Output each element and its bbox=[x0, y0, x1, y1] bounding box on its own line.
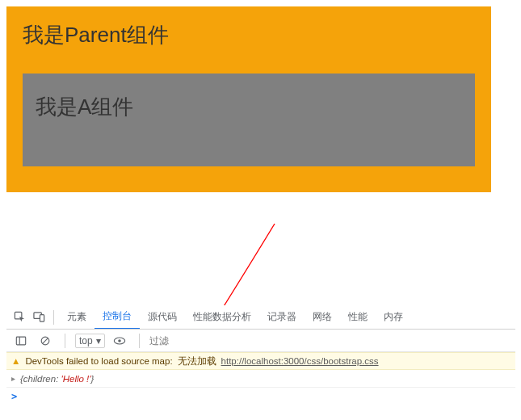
sidebar-toggle-icon[interactable] bbox=[11, 331, 31, 351]
tab-performance[interactable]: 性能 bbox=[340, 305, 376, 330]
console-log-row[interactable]: ▸ {children: 'Hello !'} bbox=[6, 370, 515, 388]
console-warning-row[interactable]: ▲ DevTools failed to load source map: 无法… bbox=[6, 352, 515, 370]
tab-memory[interactable]: 内存 bbox=[376, 305, 411, 330]
child-a-component: 我是A组件 bbox=[23, 74, 475, 166]
separator bbox=[65, 334, 65, 348]
tab-elements[interactable]: 元素 bbox=[59, 305, 95, 330]
tab-recorder[interactable]: 记录器 bbox=[259, 305, 305, 330]
filter-input[interactable] bbox=[149, 335, 214, 346]
svg-rect-2 bbox=[40, 315, 44, 321]
parent-component: 我是Parent组件 我是A组件 bbox=[6, 6, 491, 192]
console-toolbar: top ▾ bbox=[6, 330, 515, 352]
live-expression-icon[interactable] bbox=[110, 331, 129, 351]
log-key: children bbox=[23, 374, 56, 384]
tab-sources[interactable]: 源代码 bbox=[140, 305, 185, 330]
devtools-tabbar: 元素 控制台 源代码 性能数据分析 记录器 网络 性能 内存 bbox=[6, 305, 515, 330]
warning-icon: ▲ bbox=[11, 356, 20, 366]
context-selector[interactable]: top ▾ bbox=[75, 334, 105, 348]
child-title: 我是A组件 bbox=[36, 93, 462, 121]
context-label: top bbox=[79, 335, 93, 346]
inspect-icon[interactable] bbox=[10, 308, 29, 327]
tab-network[interactable]: 网络 bbox=[305, 305, 340, 330]
prompt-chevron-icon: > bbox=[11, 391, 17, 402]
clear-console-icon[interactable] bbox=[36, 331, 55, 351]
device-toggle-icon[interactable] bbox=[29, 308, 48, 327]
parent-title: 我是Parent组件 bbox=[23, 21, 475, 49]
separator bbox=[139, 334, 140, 348]
warning-link[interactable]: http://localhost:3000/css/bootstrap.css bbox=[221, 356, 379, 366]
console-prompt[interactable]: > bbox=[6, 388, 515, 405]
svg-line-6 bbox=[43, 338, 48, 343]
separator bbox=[53, 310, 54, 325]
tab-console[interactable]: 控制台 bbox=[95, 305, 140, 330]
log-value: 'Hello !' bbox=[61, 374, 91, 384]
svg-point-8 bbox=[118, 339, 121, 342]
chevron-down-icon: ▾ bbox=[96, 335, 101, 346]
svg-rect-3 bbox=[16, 337, 25, 345]
brace-close: } bbox=[91, 374, 95, 384]
warning-prefix: DevTools failed to load source map: bbox=[25, 356, 172, 366]
devtools-panel: 元素 控制台 源代码 性能数据分析 记录器 网络 性能 内存 top ▾ ▲ D… bbox=[6, 305, 515, 420]
tab-performance-insights[interactable]: 性能数据分析 bbox=[185, 305, 259, 330]
expand-caret-icon[interactable]: ▸ bbox=[11, 374, 15, 383]
warning-cn: 无法加载 bbox=[178, 355, 216, 368]
